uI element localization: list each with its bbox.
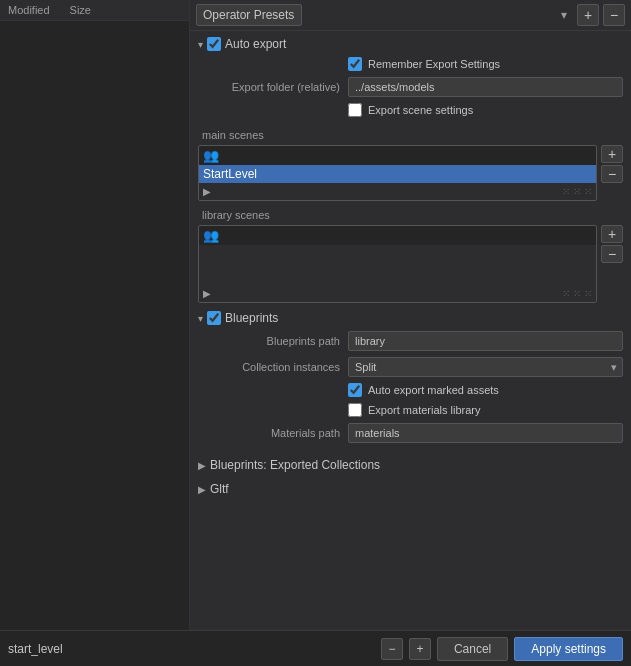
auto-export-title: Auto export bbox=[225, 37, 286, 51]
export-materials-checkbox[interactable] bbox=[348, 403, 362, 417]
remember-settings-checkbox[interactable] bbox=[348, 57, 362, 71]
library-scenes-expand-arrow: ▶ bbox=[203, 288, 211, 299]
auto-export-header[interactable]: ▾ Auto export bbox=[198, 37, 623, 51]
main-scenes-people-icon: 👥 bbox=[203, 148, 219, 163]
auto-export-assets-label: Auto export marked assets bbox=[368, 384, 499, 396]
preset-row: Operator Presets + − bbox=[190, 0, 631, 31]
library-scenes-wrapper: 👥 ▶ ⁙ ⁙ ⁙ + − bbox=[198, 225, 623, 303]
library-scenes-empty-area bbox=[199, 245, 596, 285]
apply-settings-button[interactable]: Apply settings bbox=[514, 637, 623, 661]
blueprints-header[interactable]: ▾ Blueprints bbox=[198, 311, 623, 325]
library-scenes-remove-button[interactable]: − bbox=[601, 245, 623, 263]
main-scenes-label: main scenes bbox=[198, 129, 623, 141]
blueprints-path-label: Blueprints path bbox=[218, 335, 348, 347]
collection-instances-label: Collection instances bbox=[218, 361, 348, 373]
main-scenes-expand-row: ▶ ⁙ ⁙ ⁙ bbox=[199, 183, 596, 200]
blueprints-path-input[interactable] bbox=[348, 331, 623, 351]
collection-instances-select-wrapper: Split Merge None bbox=[348, 357, 623, 377]
main-scenes-wrapper: 👥 StartLevel ▶ ⁙ ⁙ ⁙ + − bbox=[198, 145, 623, 201]
bottom-right: − + Cancel Apply settings bbox=[381, 637, 623, 661]
auto-export-assets-checkbox[interactable] bbox=[348, 383, 362, 397]
auto-export-section: ▾ Auto export Remember Export Settings E… bbox=[190, 31, 631, 129]
library-scenes-expand-row: ▶ ⁙ ⁙ ⁙ bbox=[199, 285, 596, 302]
main-scenes-list: 👥 StartLevel ▶ ⁙ ⁙ ⁙ bbox=[198, 145, 597, 201]
main-scenes-add-button[interactable]: + bbox=[601, 145, 623, 163]
blueprints-exported-title: Blueprints: Exported Collections bbox=[210, 458, 380, 472]
blueprints-section: ▾ Blueprints Blueprints path Collection … bbox=[190, 311, 631, 453]
collection-instances-row: Collection instances Split Merge None bbox=[198, 357, 623, 377]
blueprints-path-row: Blueprints path bbox=[198, 331, 623, 351]
remember-settings-row: Remember Export Settings bbox=[198, 57, 623, 71]
export-folder-input[interactable] bbox=[348, 77, 623, 97]
export-folder-label: Export folder (relative) bbox=[218, 81, 348, 93]
blueprints-checkbox[interactable] bbox=[207, 311, 221, 325]
library-scenes-list: 👥 ▶ ⁙ ⁙ ⁙ bbox=[198, 225, 597, 303]
remember-settings-label: Remember Export Settings bbox=[368, 58, 500, 70]
gltf-title: Gltf bbox=[210, 482, 229, 496]
library-scenes-dots: ⁙ ⁙ ⁙ bbox=[562, 288, 592, 299]
auto-export-arrow: ▾ bbox=[198, 39, 203, 50]
blueprints-title: Blueprints bbox=[225, 311, 278, 325]
bottom-bar: start_level − + Cancel Apply settings bbox=[0, 630, 631, 666]
materials-path-input[interactable] bbox=[348, 423, 623, 443]
export-materials-row: Export materials library bbox=[198, 403, 623, 417]
materials-path-label: Materials path bbox=[218, 427, 348, 439]
preset-add-button[interactable]: + bbox=[577, 4, 599, 26]
main-scenes-section: main scenes 👥 StartLevel ▶ ⁙ ⁙ ⁙ + − bbox=[190, 129, 631, 209]
left-panel-header: Modified Size bbox=[0, 0, 189, 21]
modified-col-header: Modified bbox=[8, 4, 50, 16]
blueprints-exported-section[interactable]: ▶ Blueprints: Exported Collections bbox=[190, 453, 631, 477]
export-scene-checkbox[interactable] bbox=[348, 103, 362, 117]
preset-select-wrapper: Operator Presets bbox=[196, 4, 573, 26]
library-scenes-people-icon: 👥 bbox=[203, 228, 219, 243]
main-scenes-remove-button[interactable]: − bbox=[601, 165, 623, 183]
gltf-arrow: ▶ bbox=[198, 484, 206, 495]
auto-export-checkbox[interactable] bbox=[207, 37, 221, 51]
left-panel: Modified Size bbox=[0, 0, 190, 666]
main-scenes-item[interactable]: StartLevel bbox=[199, 165, 596, 183]
main-scenes-list-header: 👥 bbox=[199, 146, 596, 165]
preset-remove-button[interactable]: − bbox=[603, 4, 625, 26]
library-scenes-add-button[interactable]: + bbox=[601, 225, 623, 243]
bottom-plus-button[interactable]: + bbox=[409, 638, 431, 660]
export-scene-row: Export scene settings bbox=[198, 103, 623, 117]
bottom-minus-button[interactable]: − bbox=[381, 638, 403, 660]
main-scenes-dots: ⁙ ⁙ ⁙ bbox=[562, 186, 592, 197]
main-scenes-side-btns: + − bbox=[601, 145, 623, 183]
gltf-section[interactable]: ▶ Gltf bbox=[190, 477, 631, 501]
main-scenes-expand-arrow: ▶ bbox=[203, 186, 211, 197]
cancel-button[interactable]: Cancel bbox=[437, 637, 508, 661]
library-scenes-section: library scenes 👥 ▶ ⁙ ⁙ ⁙ + − bbox=[190, 209, 631, 311]
blueprints-arrow: ▾ bbox=[198, 313, 203, 324]
library-scenes-side-btns: + − bbox=[601, 225, 623, 263]
export-materials-label: Export materials library bbox=[368, 404, 480, 416]
scene-name: start_level bbox=[8, 642, 381, 656]
materials-path-row: Materials path bbox=[198, 423, 623, 443]
blueprints-exported-arrow: ▶ bbox=[198, 460, 206, 471]
preset-select[interactable]: Operator Presets bbox=[196, 4, 302, 26]
export-folder-row: Export folder (relative) bbox=[198, 77, 623, 97]
export-scene-label: Export scene settings bbox=[368, 104, 473, 116]
size-col-header: Size bbox=[70, 4, 91, 16]
library-scenes-label: library scenes bbox=[198, 209, 623, 221]
collection-instances-select[interactable]: Split Merge None bbox=[348, 357, 623, 377]
right-panel: Operator Presets + − ▾ Auto export Remem… bbox=[190, 0, 631, 630]
auto-export-assets-row: Auto export marked assets bbox=[198, 383, 623, 397]
library-scenes-list-header: 👥 bbox=[199, 226, 596, 245]
